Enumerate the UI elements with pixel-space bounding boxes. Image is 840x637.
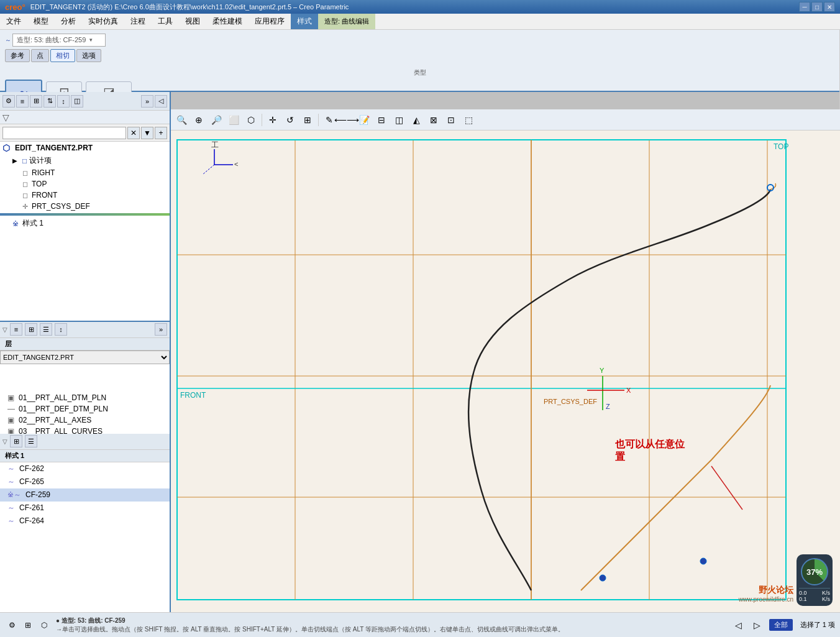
layer4-label: 03__PRT_ALL_CURVES (19, 427, 103, 434)
zoom-box-btn[interactable]: ⬜ (226, 112, 242, 128)
feature-title-label: 样式 1 (5, 451, 24, 461)
tree-sort-btn[interactable]: ⇅ (43, 95, 56, 108)
menu-curve-edit[interactable]: 造型: 曲线编辑 (318, 14, 375, 29)
search-add-btn[interactable]: + (155, 127, 167, 139)
close-button[interactable]: ✕ (824, 2, 835, 12)
pan-btn[interactable]: ✛ (265, 112, 281, 128)
no-hidden-btn[interactable]: ⬚ (460, 112, 477, 128)
dimension-btn[interactable]: ⟵⟶ (339, 112, 355, 128)
search-clear-btn[interactable]: ✕ (127, 127, 140, 139)
menu-simulation[interactable]: 实时仿真 (82, 14, 124, 29)
menu-flexible[interactable]: 柔性建模 (206, 14, 249, 29)
tree-view-btn[interactable]: ⊞ (30, 95, 42, 108)
menu-annotation[interactable]: 注程 (124, 14, 152, 29)
minimize-button[interactable]: ─ (799, 2, 810, 12)
zoom-area-btn[interactable]: ⬡ (243, 112, 259, 128)
feature-cf264[interactable]: ～ CF-264 (0, 515, 170, 528)
feature-toggle-icon[interactable]: ▽ (2, 438, 7, 445)
tree-item-front[interactable]: ◻ FRONT (0, 190, 170, 201)
menu-tools[interactable]: 工具 (152, 14, 179, 29)
layer-tools-btn[interactable]: ≡ (10, 323, 22, 336)
selection-mode-btn[interactable]: 全部 (769, 619, 793, 631)
search-options-btn[interactable]: ▼ (141, 127, 153, 139)
tab-tangent[interactable]: 相切 (50, 49, 75, 62)
filter-toggle-icon[interactable]: ▽ (2, 112, 9, 122)
layer-more-btn[interactable]: » (155, 323, 167, 336)
tab-point[interactable]: 点 (31, 49, 49, 62)
wireframe-btn[interactable]: ◫ (391, 112, 407, 128)
layer-show-btn[interactable]: ☰ (40, 323, 52, 336)
right-label: RIGHT (32, 168, 55, 177)
window-title: EDIT_TANGENT2 (活动的) E:\Creo 6.0曲面设计教程\wo… (30, 2, 799, 12)
menu-model[interactable]: 模型 (27, 14, 55, 29)
tab-reference[interactable]: 参考 (5, 49, 30, 62)
status-view-btn[interactable]: ⊞ (21, 618, 35, 632)
menu-view[interactable]: 视图 (179, 14, 206, 29)
tree-item-top[interactable]: ◻ TOP (0, 178, 170, 190)
tree-preview-btn[interactable]: ◫ (71, 95, 83, 108)
menu-style[interactable]: 样式 (291, 14, 318, 29)
layer-panel-title: 层 (0, 338, 170, 351)
layer-item-4[interactable]: ▣ 03__PRT_ALL_CURVES (0, 426, 170, 434)
tree-item-right[interactable]: ◻ RIGHT (0, 167, 170, 178)
hidden-btn[interactable]: ⊡ (443, 112, 459, 128)
status-arrow-btn[interactable]: ◁ (732, 618, 746, 632)
tab-options[interactable]: 选项 (76, 49, 101, 62)
layer-item-1[interactable]: ▣ 01__PRT_ALL_DTM_PLN (0, 392, 170, 403)
layer-dropdown[interactable]: EDIT_TANGENT2.PRT (0, 351, 170, 392)
zoom-out-btn[interactable]: 🔎 (208, 112, 224, 128)
toolbar-divider-1 (262, 114, 262, 126)
menu-applications[interactable]: 应用程序 (249, 14, 291, 29)
layer-tree: ▣ 01__PRT_ALL_DTM_PLN — 01__PRT_DEF_DTM_… (0, 392, 170, 434)
feature-cf259[interactable]: ※～ CF-259 (0, 488, 170, 502)
menu-file[interactable]: 文件 (0, 14, 27, 29)
tree-item-csys[interactable]: ✛ PRT_CSYS_DEF (0, 201, 170, 212)
layer-panel-header: ▽ ≡ ⊞ ☰ ↕ » (0, 322, 170, 338)
layer-toggle-icon[interactable]: ▽ (2, 326, 7, 333)
orient-btn[interactable]: ⊞ (299, 112, 316, 128)
edge-btn[interactable]: ⊠ (426, 112, 442, 128)
layer4-icon: ▣ (7, 427, 16, 434)
tree-collapse-btn[interactable]: ◁ (155, 95, 167, 108)
tree-item-style1[interactable]: ※ 样式 1 (0, 217, 170, 230)
layer-filter-btn[interactable]: ↕ (55, 323, 67, 336)
status-settings-btn[interactable]: ⚙ (5, 618, 19, 632)
menu-analysis[interactable]: 分析 (55, 14, 82, 29)
layer-item-3[interactable]: ▣ 02__PRT_ALL_AXES (0, 415, 170, 426)
expand-design[interactable]: ▶ (12, 157, 20, 164)
tree-item-design[interactable]: ▶ □ 设计项 (0, 154, 170, 167)
feature-list-btn[interactable]: ⊞ (10, 435, 22, 447)
cf262-icon: ～ (7, 464, 15, 474)
maximize-button[interactable]: □ (811, 2, 823, 12)
status-expand-btn[interactable]: ▷ (751, 618, 764, 632)
shading-btn[interactable]: ◭ (408, 112, 424, 128)
curve-selector-value: 造型: 53: 曲线: CF-259 (17, 35, 86, 45)
rotate-btn[interactable]: ↺ (282, 112, 298, 128)
search-bar: ✕ ▼ + (0, 124, 170, 142)
section-btn[interactable]: ⊟ (373, 112, 390, 128)
search-input[interactable] (2, 127, 126, 139)
cf261-icon: ～ (7, 503, 15, 513)
tree-settings-btn[interactable]: ⚙ (2, 95, 15, 108)
style1-icon: ※ (12, 219, 19, 228)
zoom-fit-btn[interactable]: ⊕ (191, 112, 207, 128)
feature-tools-btn[interactable]: ☰ (25, 435, 37, 447)
status-model-info: ● 造型: 53: 曲线: CF-259 (56, 616, 727, 625)
curve-selector-dropdown[interactable]: 造型: 53: 曲线: CF-259 ▼ (12, 34, 106, 47)
tree-filter-btn[interactable]: ≡ (16, 95, 29, 108)
status-camera-btn[interactable]: ⬡ (37, 618, 51, 632)
feature-cf265[interactable]: ～ CF-265 (0, 475, 170, 488)
status-bar: ⚙ ⊞ ⬡ ● 造型: 53: 曲线: CF-259 →单击可选择曲线。拖动点（… (0, 612, 840, 637)
feature-cf261[interactable]: ～ CF-261 (0, 502, 170, 515)
layer-item-2[interactable]: — 01__PRT_DEF_DTM_PLN (0, 403, 170, 415)
tree-more-btn[interactable]: » (141, 95, 153, 108)
zoom-in-btn[interactable]: 🔍 (173, 112, 189, 128)
layer-list-btn[interactable]: ⊞ (25, 323, 37, 336)
annotation-btn[interactable]: 📝 (356, 112, 372, 128)
tree-expand-btn[interactable]: ↕ (57, 95, 70, 108)
layer-selector[interactable]: EDIT_TANGENT2.PRT (0, 351, 170, 364)
tree-root[interactable]: ⬡ EDIT_TANGENT2.PRT (0, 142, 170, 154)
cf259-label: CF-259 (25, 490, 50, 499)
layer1-icon: ▣ (7, 393, 16, 402)
feature-cf262[interactable]: ～ CF-262 (0, 462, 170, 475)
